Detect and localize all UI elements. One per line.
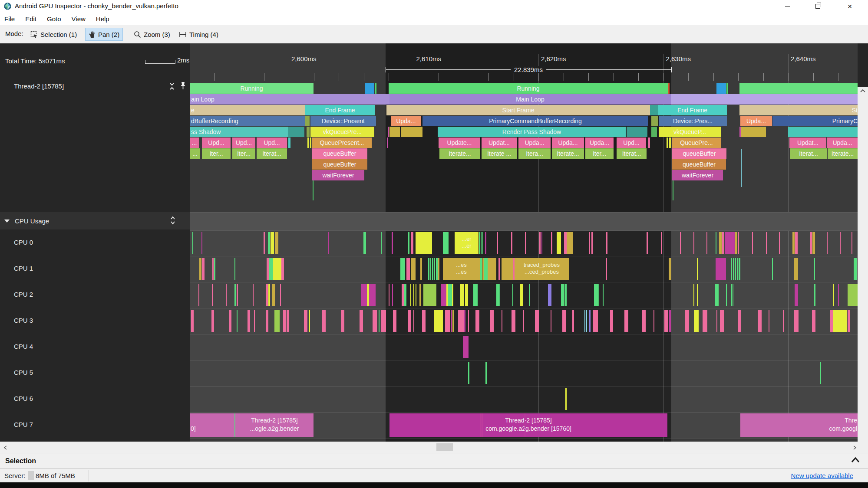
slice[interactable] [288,138,290,148]
cpu-slice[interactable] [420,258,422,280]
cpu-slice[interactable] [606,232,607,254]
slice[interactable]: Iterat... [257,148,287,159]
cpu-slice[interactable] [480,258,482,280]
slice[interactable] [307,127,310,137]
cpu-slice[interactable] [716,232,716,254]
slice[interactable] [307,138,309,148]
mode-selection-button[interactable]: Selection (1) [27,28,80,41]
cpu7-thread-block[interactable]: Threcom.googl [740,413,858,437]
cpu-slice[interactable] [237,310,238,332]
cpu-slice[interactable] [814,284,815,306]
slice[interactable]: St [739,105,858,115]
cpu-slice[interactable] [624,310,628,332]
cpu-slice[interactable] [716,258,726,280]
slice[interactable] [648,138,650,148]
cpu-slice[interactable] [496,284,499,306]
cpu-slice[interactable] [739,258,740,280]
slice[interactable]: Upd... [257,138,287,148]
slice[interactable]: Itera... [518,148,551,159]
cpu-slice[interactable] [642,310,646,332]
cpu-slice[interactable] [363,232,366,254]
slice[interactable]: Iterate... [828,148,858,159]
cpu-slice[interactable] [680,232,681,254]
cpu-slice[interactable] [226,284,227,306]
cpu-slice[interactable] [541,232,542,254]
cpu-slice[interactable] [428,258,429,280]
cpu-slice[interactable] [502,310,502,332]
vertical-scrollbar[interactable] [858,87,868,485]
cpu-slice[interactable] [379,310,380,332]
menu-item-goto[interactable]: Goto [47,15,61,23]
cpu-slice[interactable] [591,232,593,254]
cpu-slice[interactable] [529,284,530,306]
updown-icon[interactable] [169,216,176,225]
cpu-slice[interactable] [266,310,268,332]
cpu-slice[interactable] [586,310,587,332]
cpu-slice[interactable] [384,310,386,332]
slice[interactable]: vkQueueP... [659,127,721,137]
cpu-slice[interactable] [423,284,436,306]
cpu-slice[interactable] [464,310,465,332]
cpu-slice[interactable] [452,310,454,332]
cpu-slice[interactable] [416,284,416,306]
slice[interactable]: Device::Present [310,116,376,126]
cpu-slice[interactable] [434,310,443,332]
cpu-slice[interactable] [360,310,363,332]
cpu-slice[interactable] [434,258,435,280]
slice[interactable] [669,138,671,148]
cpu-slice[interactable] [463,336,469,358]
slice[interactable] [651,116,658,126]
slice[interactable]: Upda... [827,138,858,148]
cpu-slice[interactable] [703,310,707,332]
scroll-left-icon[interactable] [3,445,7,450]
cpu-slice[interactable] [488,258,496,280]
slice[interactable]: Main Loop [389,94,671,105]
cpu-slice[interactable] [202,258,205,280]
cpu-slice[interactable] [438,258,439,280]
cpu-slice[interactable] [479,232,480,254]
restore-button[interactable] [808,0,828,13]
cpu7-thread-block[interactable]: Thread-2 [15785]com.google.a2g.bender [1… [389,413,667,437]
slice[interactable] [388,127,389,137]
cpu-slice[interactable] [535,310,539,332]
cpu-slice[interactable] [722,232,724,254]
cpu-slice[interactable] [419,284,421,306]
track-area[interactable]: 2,600ms2,610ms2,620ms2,630ms2,640ms Runn… [190,43,858,442]
cpu-slice[interactable] [794,258,798,280]
scroll-right-icon[interactable] [853,445,857,450]
cpu-slice[interactable] [833,310,847,332]
cpu-slice[interactable] [603,284,604,306]
cpu-slice[interactable] [814,258,815,280]
cpu-slice[interactable] [833,284,834,306]
slice[interactable] [627,127,647,137]
cpu-slice[interactable] [606,258,607,280]
slice[interactable]: End Frame [658,105,727,115]
cpu-slice[interactable] [694,310,699,332]
mode-timing-button[interactable]: Timing (4) [175,28,222,41]
cpu-slice[interactable] [191,310,194,332]
slice[interactable]: Iterat... [617,148,647,159]
cpu-slice[interactable] [693,284,694,306]
cpu-slice[interactable] [328,232,329,254]
cpu7-thin-slice[interactable] [482,413,483,437]
cpu-slice[interactable] [792,232,795,254]
cpu-slice[interactable] [598,284,599,306]
slice[interactable]: queueBuffer [672,159,726,170]
cpu-slice[interactable] [716,310,717,332]
slice[interactable]: e [190,105,306,115]
cpu-slice[interactable] [482,232,483,254]
cpu-slice[interactable] [647,232,648,254]
cpu-slice[interactable] [731,258,732,280]
slice[interactable] [716,83,726,94]
cpu-slice[interactable] [520,284,523,306]
cpu-slice[interactable] [254,310,255,332]
menu-item-file[interactable]: File [4,15,15,23]
cpu-slice[interactable] [838,284,839,306]
slice[interactable]: Running [389,83,668,94]
cpu-slice[interactable] [548,284,551,306]
cpu-slice[interactable] [525,232,526,254]
cpu7-thread-block[interactable]: 0] [190,413,234,437]
cpu-slice[interactable] [854,258,857,280]
slice[interactable]: Updat... [789,138,826,148]
cpu-slice[interactable] [851,232,852,254]
